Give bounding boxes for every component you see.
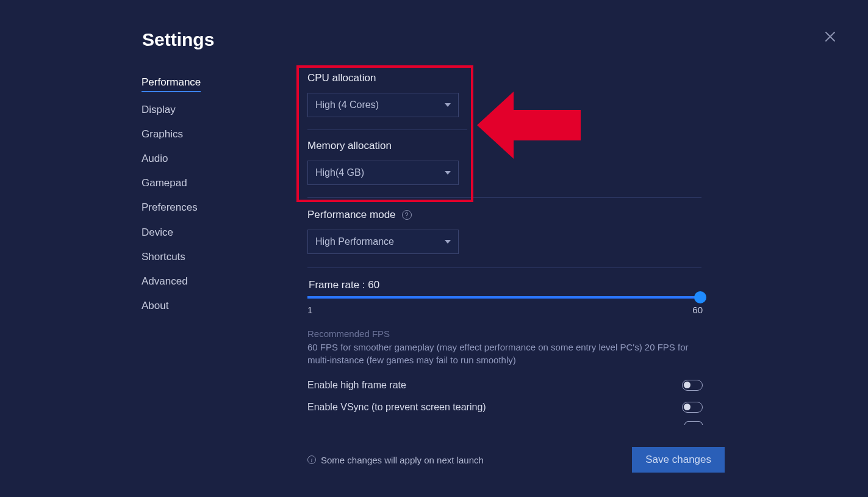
sidebar-item-graphics[interactable]: Graphics bbox=[142, 128, 183, 141]
sidebar-item-performance[interactable]: Performance bbox=[142, 76, 201, 92]
help-icon[interactable]: ? bbox=[402, 210, 412, 220]
sidebar-item-device[interactable]: Device bbox=[142, 226, 173, 239]
frame-rate-min: 1 bbox=[307, 305, 312, 315]
chevron-down-icon bbox=[445, 103, 451, 107]
chevron-down-icon bbox=[445, 240, 451, 244]
enable-high-frame-rate-label: Enable high frame rate bbox=[307, 380, 406, 391]
footer: i Some changes will apply on next launch… bbox=[307, 447, 725, 473]
enable-high-frame-rate-toggle[interactable] bbox=[682, 380, 703, 391]
sidebar-item-audio[interactable]: Audio bbox=[142, 152, 168, 165]
settings-sidebar: Performance Display Graphics Audio Gamep… bbox=[142, 76, 264, 313]
enable-vsync-label: Enable VSync (to prevent screen tearing) bbox=[307, 402, 486, 413]
recommended-fps-title: Recommended FPS bbox=[307, 328, 726, 339]
cpu-allocation-select[interactable]: High (4 Cores) bbox=[307, 93, 459, 117]
divider bbox=[307, 197, 701, 198]
sidebar-item-advanced[interactable]: Advanced bbox=[142, 275, 188, 288]
sidebar-item-about[interactable]: About bbox=[142, 299, 168, 313]
close-icon bbox=[823, 29, 838, 44]
performance-mode-select[interactable]: High Performance bbox=[307, 230, 459, 254]
sidebar-item-gamepad[interactable]: Gamepad bbox=[142, 176, 187, 190]
info-icon: i bbox=[307, 455, 316, 464]
cpu-allocation-label: CPU allocation bbox=[307, 72, 726, 84]
divider bbox=[307, 129, 467, 130]
slider-track bbox=[307, 296, 703, 299]
sidebar-item-shortcuts[interactable]: Shortcuts bbox=[142, 250, 185, 264]
slider-thumb[interactable] bbox=[694, 291, 706, 303]
memory-allocation-label: Memory allocation bbox=[307, 140, 726, 152]
frame-rate-max: 60 bbox=[692, 305, 703, 315]
chevron-down-icon bbox=[445, 171, 451, 175]
recommended-fps-desc: 60 FPS for smoother gameplay (may effect… bbox=[307, 341, 704, 366]
performance-mode-label: Performance mode bbox=[307, 209, 396, 221]
performance-mode-value: High Performance bbox=[315, 236, 394, 247]
close-button[interactable] bbox=[823, 29, 838, 44]
settings-content: CPU allocation High (4 Cores) Memory all… bbox=[299, 67, 726, 425]
sidebar-item-display[interactable]: Display bbox=[142, 103, 176, 117]
memory-allocation-select[interactable]: High(4 GB) bbox=[307, 161, 459, 185]
page-title: Settings bbox=[142, 29, 214, 50]
enable-vsync-toggle[interactable] bbox=[682, 402, 703, 413]
cpu-allocation-value: High (4 Cores) bbox=[315, 100, 379, 111]
partial-toggle[interactable] bbox=[684, 421, 703, 425]
divider bbox=[307, 267, 701, 268]
save-changes-button[interactable]: Save changes bbox=[632, 447, 725, 473]
frame-rate-label: Frame rate : 60 bbox=[307, 279, 726, 291]
sidebar-item-preferences[interactable]: Preferences bbox=[142, 201, 198, 214]
memory-allocation-value: High(4 GB) bbox=[315, 167, 364, 178]
frame-rate-slider[interactable] bbox=[307, 296, 703, 299]
footer-note: i Some changes will apply on next launch bbox=[307, 455, 484, 465]
